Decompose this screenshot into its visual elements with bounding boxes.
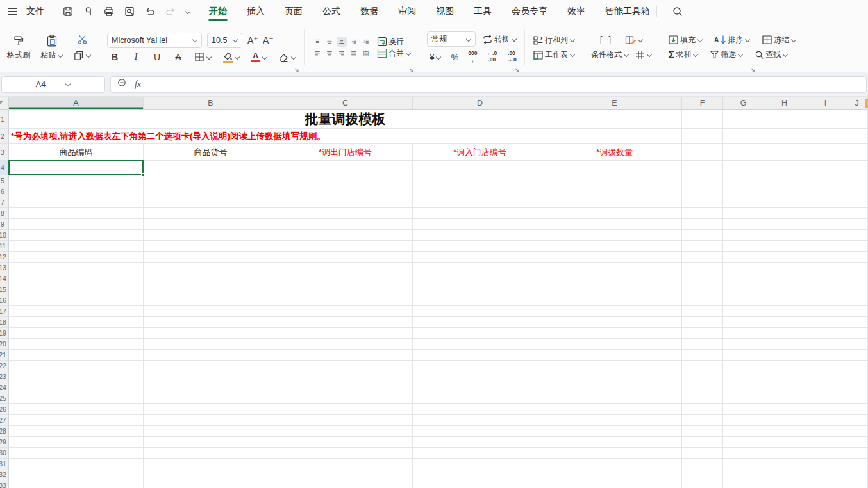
- grid-cell[interactable]: [9, 273, 144, 284]
- sort-dropdown-icon[interactable]: [744, 37, 750, 43]
- grid-cell[interactable]: [764, 469, 805, 480]
- grid-cell[interactable]: [278, 317, 413, 328]
- grid-cell[interactable]: [144, 415, 278, 426]
- merge-dropdown-icon[interactable]: [405, 51, 411, 56]
- cell-grid-button[interactable]: [635, 50, 652, 60]
- grid-cell[interactable]: [682, 448, 723, 459]
- grid-cell[interactable]: [413, 219, 547, 230]
- grid-cell[interactable]: [846, 404, 868, 415]
- font-dialog-launcher-icon[interactable]: [294, 64, 299, 70]
- grid-cell[interactable]: [846, 175, 868, 186]
- grid-cell[interactable]: [805, 197, 846, 208]
- grid-cell[interactable]: [805, 252, 846, 263]
- grid-cell[interactable]: [723, 361, 764, 371]
- grid-cell[interactable]: [682, 371, 723, 382]
- tab-member[interactable]: 会员专享: [511, 1, 548, 22]
- grid-cell[interactable]: [805, 263, 846, 273]
- convert-dropdown-icon[interactable]: [511, 37, 517, 42]
- grid-cell[interactable]: [547, 393, 682, 404]
- grid-cell[interactable]: [846, 448, 868, 459]
- grid-cell[interactable]: [144, 448, 278, 459]
- grid-cell[interactable]: [846, 459, 868, 469]
- grid-cell[interactable]: [144, 219, 278, 230]
- grid-cell[interactable]: [278, 161, 413, 175]
- grid-cell[interactable]: [682, 263, 723, 273]
- grid-cell[interactable]: [413, 437, 547, 448]
- cell-style-dropdown-icon[interactable]: [638, 37, 644, 43]
- grid-cell[interactable]: [846, 328, 868, 339]
- grid-cell[interactable]: [805, 404, 846, 415]
- grid-cell[interactable]: [682, 306, 723, 317]
- font-size-dropdown-icon[interactable]: [232, 37, 238, 43]
- grid-cell[interactable]: [764, 382, 805, 393]
- grid-cell[interactable]: [805, 361, 846, 371]
- grid-cell[interactable]: [764, 110, 805, 129]
- grid-cell[interactable]: [723, 469, 764, 480]
- grid-cell[interactable]: [278, 186, 413, 197]
- filter-dropdown-icon[interactable]: [737, 52, 743, 58]
- grid-cell[interactable]: [547, 186, 682, 197]
- grid-cell[interactable]: [764, 328, 805, 339]
- align-left-icon[interactable]: [312, 48, 322, 58]
- table-header-cell[interactable]: 商品编码: [9, 144, 144, 161]
- grid-cell[interactable]: [9, 241, 144, 252]
- grid-cell[interactable]: [846, 339, 868, 350]
- grid-cell[interactable]: [682, 284, 723, 295]
- grid-cell[interactable]: [278, 393, 413, 404]
- grid-cell[interactable]: [144, 382, 278, 393]
- eraser-dropdown-icon[interactable]: [290, 54, 296, 60]
- grid-cell[interactable]: [682, 186, 723, 197]
- grid-cell[interactable]: [413, 469, 547, 480]
- grid-cell[interactable]: [144, 175, 278, 186]
- grid-cell[interactable]: [805, 448, 846, 459]
- grid-cell[interactable]: [9, 219, 144, 230]
- increase-decimal-button[interactable]: ←.0.00: [487, 51, 497, 63]
- decrease-decimal-button[interactable]: .00→.0: [506, 51, 517, 63]
- grid-cell[interactable]: [9, 361, 144, 371]
- grid-cell[interactable]: [764, 415, 805, 426]
- grid-cell[interactable]: [144, 186, 278, 197]
- grid-cell[interactable]: [547, 371, 682, 382]
- bold-button[interactable]: B: [110, 52, 120, 62]
- grid-cell[interactable]: [805, 175, 846, 186]
- column-header-D[interactable]: D: [413, 97, 547, 110]
- row-header-20[interactable]: 20: [0, 339, 9, 350]
- row-header-21[interactable]: 21: [0, 350, 9, 361]
- grid-cell[interactable]: [413, 263, 547, 273]
- tab-smart-toolbox[interactable]: 智能工具箱: [605, 1, 651, 22]
- grid-cell[interactable]: [413, 295, 547, 306]
- grid-cell[interactable]: [805, 328, 846, 339]
- row-header-17[interactable]: 17: [0, 306, 9, 317]
- align-center-icon[interactable]: [324, 48, 335, 58]
- grid-cell[interactable]: [413, 382, 547, 393]
- row-header-13[interactable]: 13: [0, 263, 9, 273]
- grid-cell[interactable]: [846, 284, 868, 295]
- grid-cell[interactable]: [682, 208, 723, 219]
- grid-cell[interactable]: [144, 328, 278, 339]
- grid-cell[interactable]: [805, 219, 846, 230]
- grid-cell[interactable]: [144, 317, 278, 328]
- grid-cell[interactable]: [9, 382, 144, 393]
- grid-cell[interactable]: [413, 393, 547, 404]
- cut-icon[interactable]: [77, 35, 88, 45]
- grid-cell[interactable]: [723, 219, 764, 230]
- wrap-text-button[interactable]: 换行: [377, 37, 404, 47]
- copy-dropdown-icon[interactable]: [85, 53, 91, 58]
- tab-data[interactable]: 数据: [360, 1, 379, 22]
- strikethrough-button[interactable]: A: [173, 52, 183, 62]
- grid-cell[interactable]: [682, 339, 723, 350]
- grid-cell[interactable]: [9, 459, 144, 469]
- grid-cell[interactable]: [682, 382, 723, 393]
- row-header-23[interactable]: 23: [0, 371, 9, 382]
- grid-cell[interactable]: [764, 241, 805, 252]
- filter-button[interactable]: 筛选: [710, 49, 743, 60]
- print-preview-icon[interactable]: [123, 6, 135, 18]
- currency-button[interactable]: ¥: [430, 52, 442, 62]
- grid-cell[interactable]: [682, 161, 723, 175]
- merge-cells-button[interactable]: 合并: [377, 48, 411, 59]
- grid-cell[interactable]: [9, 175, 144, 186]
- grid-cell[interactable]: [413, 241, 547, 252]
- column-header-C[interactable]: C: [278, 97, 413, 110]
- grid-cell[interactable]: [764, 404, 805, 415]
- grid-cell[interactable]: [413, 175, 547, 186]
